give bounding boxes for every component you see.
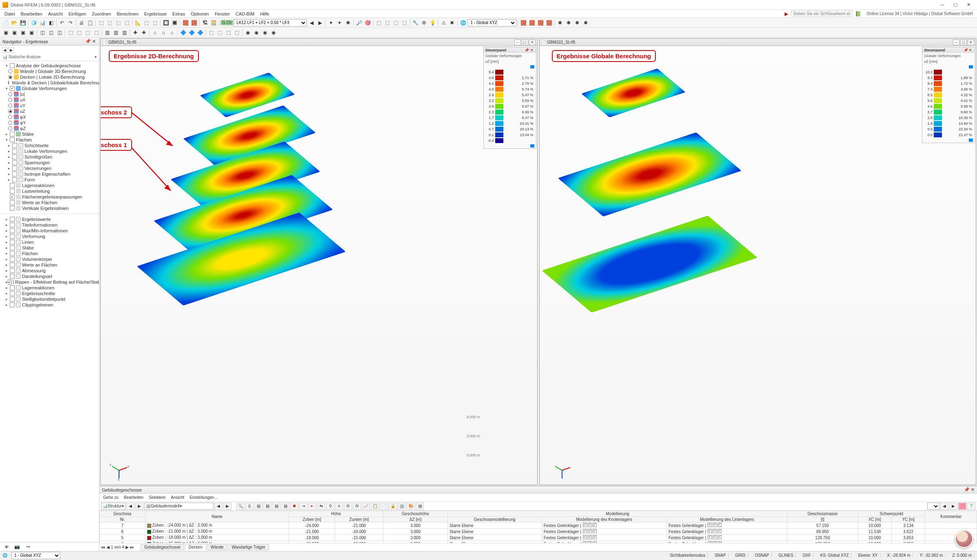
toolbar-icon[interactable]: 🏗 (201, 19, 209, 27)
tree-item[interactable]: Decken | Lokale 2D-Berechnung (0, 74, 99, 80)
floors-menu-selektion[interactable]: Selektion (147, 495, 168, 500)
tree-item[interactable]: ▸Lokale Verformungen (0, 148, 99, 154)
floors-tab[interactable]: Gebäudegeschosse (141, 544, 184, 550)
toolbar-icon[interactable]: ◫ (38, 29, 46, 37)
pager-next[interactable]: ▶ (126, 545, 129, 549)
menu-ansicht[interactable]: Ansicht (45, 11, 66, 17)
menu-ergebnisse[interactable]: Ergebnisse (141, 11, 170, 17)
tree-item[interactable]: Lagerreaktionen (0, 183, 99, 188)
pager-last[interactable]: ⏭ (130, 545, 134, 549)
toolbar-icon[interactable]: 🧱 (190, 19, 198, 27)
toolbar-icon[interactable]: ▣ (2, 29, 10, 37)
toolbar-icon[interactable]: 🔲 (162, 19, 170, 27)
floors-btn-prev2[interactable]: ◀ (214, 503, 223, 510)
toolbar-icon[interactable]: 🔷 (187, 29, 196, 37)
steuerpanel-close-icon[interactable]: ✕ (529, 48, 534, 52)
keyword-search-input[interactable] (791, 11, 852, 17)
navigator-pin-icon[interactable]: 📌 (85, 39, 91, 44)
toolbar-icon[interactable]: ⌂ (168, 29, 176, 37)
tree-item[interactable]: Lastverteilung (0, 188, 99, 194)
toolbar-icon[interactable]: 💾 (19, 19, 27, 27)
toolbar-icon[interactable]: ⬚ (216, 29, 224, 37)
toolbar-icon[interactable]: ⬚ (97, 19, 105, 27)
floors-tb-icon[interactable]: ⇥ (299, 503, 307, 510)
toolbar-icon[interactable]: ↶ (58, 19, 66, 27)
toolbar-icon[interactable]: ⬚ (375, 19, 383, 27)
toolbar-icon[interactable]: ⬚ (207, 29, 215, 37)
toolbar-icon[interactable]: ▣ (10, 29, 18, 37)
tree-item[interactable]: Wände | Globale 3D-Berechnung (0, 68, 99, 74)
tree-item[interactable]: ▸Werte an Flächen (0, 262, 99, 268)
toolbar-icon[interactable]: 🧱 (528, 19, 536, 27)
toolbar-icon[interactable]: 🧱 (545, 19, 553, 27)
tree-item[interactable]: uZ (0, 108, 99, 114)
floors-tb-icon[interactable]: ▤ (254, 503, 262, 510)
pager-prev[interactable]: ◀ (106, 545, 110, 549)
toolbar-icon[interactable]: ⚠ (439, 19, 448, 27)
floors-tb-icon[interactable]: ⚲ (326, 503, 334, 510)
view-maximize-button[interactable]: ▢ (960, 40, 967, 45)
tree-item[interactable]: ▸Linien (0, 239, 99, 245)
toolbar-icon[interactable]: ▶ (316, 19, 324, 27)
tree-item[interactable]: ▸Schnittgrößen (0, 154, 99, 160)
menu-optionen[interactable]: Optionen (188, 11, 212, 17)
tree-item[interactable]: φZ (0, 126, 99, 131)
menu-extras[interactable]: Extras (170, 11, 188, 17)
tree-item[interactable]: ▸Steifigkeitsmittelpunkt (0, 296, 99, 302)
tree-item[interactable]: ▸Titelinformationen (0, 222, 99, 228)
table-row[interactable]: 7 Zoben : -24.000 m | ΔZ : 3.000 m -24.0… (100, 523, 977, 529)
coord-system-select[interactable]: 1 - Global XYZ (468, 19, 516, 26)
toolbar-icon[interactable]: ◉ (261, 29, 269, 37)
toolbar-icon[interactable]: 📋 (86, 19, 94, 27)
toolbar-icon[interactable]: ⬚ (392, 19, 400, 27)
toolbar-icon[interactable]: ▥ (112, 29, 120, 37)
floors-combo-struktur[interactable]: 📊 Struktur ▾ (101, 503, 126, 510)
toolbar-icon[interactable]: ✱ (565, 19, 573, 27)
floors-table[interactable]: Geschoss Name Höhe Geschosshöhe Modellie… (99, 511, 977, 543)
toolbar-icon[interactable]: ▣ (27, 29, 35, 37)
steuerpanel-close-icon[interactable]: ✕ (968, 48, 973, 52)
toolbar-icon[interactable]: ⬚ (84, 29, 92, 37)
menu-fenster[interactable]: Fenster (212, 11, 233, 17)
floors-btn-prev[interactable]: ◀ (126, 503, 135, 510)
toolbar-icon[interactable]: 🌐 (459, 19, 467, 27)
toolbar-icon[interactable]: ✱ (573, 19, 581, 27)
tree-item[interactable]: ▸Isotrope Eigenschaften (0, 171, 99, 177)
floors-tb-help-icon[interactable]: ? (967, 503, 975, 510)
toolbar-icon[interactable]: 📄 (2, 19, 10, 27)
tree-item[interactable]: φY (0, 120, 99, 126)
tree-item[interactable]: ▸Schichtseite (0, 143, 99, 148)
table-row[interactable]: 5 Zoben : -18.000 m | ΔZ : 3.000 m -18.0… (100, 535, 977, 541)
floors-tb-icon[interactable]: ⇤ (308, 503, 316, 510)
navigator-close-icon[interactable]: ✕ (91, 39, 97, 44)
menu-einfuegen[interactable]: Einfügen (66, 11, 89, 17)
floors-tb-delete-icon[interactable]: ✖ (290, 503, 298, 510)
tree-item[interactable]: ▸Rippen - Effektiver Beitrag auf Fläche/… (0, 279, 99, 285)
minimize-button[interactable]: ─ (936, 1, 948, 9)
menu-bearbeiten[interactable]: Bearbeiten (18, 11, 45, 17)
table-row[interactable]: 6 Zoben : -21.000 m | ΔZ : 3.000 m -21.0… (100, 529, 977, 535)
status-dxf[interactable]: DXF (800, 553, 814, 558)
floors-tb-icon[interactable]: ▤ (263, 503, 271, 510)
toolbar-icon[interactable]: 🔎 (355, 19, 363, 27)
toolbar-icon[interactable]: 🔷 (179, 29, 187, 37)
view-minimize-button[interactable]: ─ (953, 40, 959, 45)
floors-tb-icon[interactable]: 📋 (371, 503, 379, 510)
tree-item[interactable]: Vertikale Ergebnislinien (0, 205, 99, 211)
tree-item[interactable]: ▸Lagerreaktionen (0, 285, 99, 291)
tree-item[interactable]: ▸Max/Min-Informationen (0, 228, 99, 234)
toolbar-icon[interactable]: 🎯 (364, 19, 372, 27)
toolbar-icon[interactable]: ⬚ (92, 29, 100, 37)
tree-item[interactable]: ▾Flächen (0, 137, 99, 143)
close-button[interactable]: ✕ (962, 1, 975, 9)
floors-btn-next2[interactable]: ▶ (223, 503, 232, 510)
floors-menu-gehezu[interactable]: Gehe zu (101, 495, 121, 500)
status-coord-select[interactable]: 1 - Global XYZ (11, 552, 60, 559)
floors-menu-einstellungen[interactable]: Einstellungen... (187, 495, 219, 500)
floors-tb-icon[interactable]: ◀ (940, 503, 948, 510)
tree-item[interactable]: uY (0, 103, 99, 108)
toolbar-icon[interactable]: ◫ (55, 29, 64, 37)
toolbar-icon[interactable]: ▥ (120, 29, 128, 37)
toolbar-icon[interactable]: ◉ (269, 29, 278, 37)
maximize-button[interactable]: ▢ (949, 1, 962, 9)
